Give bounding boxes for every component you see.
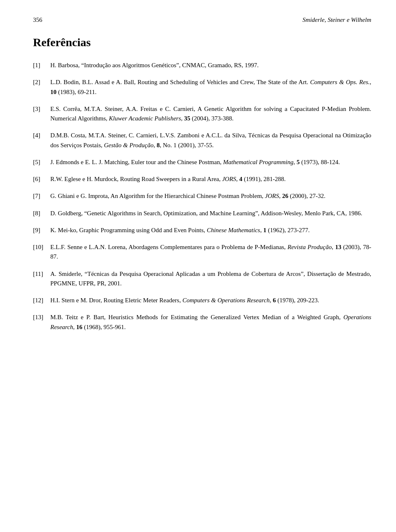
ref-number: [8] <box>33 209 50 218</box>
ref-text: D. Goldberg, “Genetic Algorithms in Sear… <box>50 209 371 218</box>
ref-text: D.M.B. Costa, M.T.A. Steiner, C. Carnier… <box>50 131 371 150</box>
list-item: [13]M.B. Teitz e P. Bart, Heuristics Met… <box>33 313 371 332</box>
ref-text: J. Edmonds e E. L. J. Matching, Euler to… <box>50 158 371 167</box>
ref-number: [13] <box>33 313 50 332</box>
list-item: [2]L.D. Bodin, B.L. Assad e A. Ball, Rou… <box>33 78 371 97</box>
references-list: [1]H. Barbosa, “Introdução aos Algoritmo… <box>33 61 371 332</box>
ref-text: M.B. Teitz e P. Bart, Heuristics Methods… <box>50 313 371 332</box>
section-heading: Referências <box>33 36 371 49</box>
list-item: [3]E.S. Corrêa, M.T.A. Steiner, A.A. Fre… <box>33 104 371 124</box>
list-item: [7]G. Ghiani e G. Improta, An Algorithm … <box>33 191 371 201</box>
ref-text: L.D. Bodin, B.L. Assad e A. Ball, Routin… <box>50 78 371 97</box>
list-item: [5]J. Edmonds e E. L. J. Matching, Euler… <box>33 158 371 167</box>
ref-number: [9] <box>33 226 50 235</box>
ref-number: [12] <box>33 296 50 305</box>
ref-number: [7] <box>33 191 50 201</box>
page-title: Smiderle, Steiner e Wilhelm <box>302 16 371 24</box>
list-item: [9]K. Mei-ko, Graphic Programming using … <box>33 226 371 235</box>
ref-number: [2] <box>33 78 50 97</box>
ref-number: [5] <box>33 158 50 167</box>
ref-number: [4] <box>33 131 50 150</box>
page-number: 356 <box>33 16 42 24</box>
list-item: [10]E.L.F. Senne e L.A.N. Lorena, Aborda… <box>33 242 371 262</box>
ref-text: R.W. Eglese e H. Murdock, Routing Road S… <box>50 174 371 184</box>
ref-number: [10] <box>33 242 50 262</box>
list-item: [1]H. Barbosa, “Introdução aos Algoritmo… <box>33 61 371 70</box>
list-item: [4]D.M.B. Costa, M.T.A. Steiner, C. Carn… <box>33 131 371 150</box>
list-item: [12]H.I. Stern e M. Dror, Routing Eletri… <box>33 296 371 305</box>
ref-number: [1] <box>33 61 50 70</box>
ref-text: H. Barbosa, “Introdução aos Algoritmos G… <box>50 61 371 70</box>
ref-number: [11] <box>33 269 50 289</box>
list-item: [6]R.W. Eglese e H. Murdock, Routing Roa… <box>33 174 371 184</box>
ref-text: H.I. Stern e M. Dror, Routing Eletric Me… <box>50 296 371 305</box>
ref-text: G. Ghiani e G. Improta, An Algorithm for… <box>50 191 371 201</box>
list-item: [8]D. Goldberg, “Genetic Algorithms in S… <box>33 209 371 218</box>
ref-text: A. Smiderle, “Técnicas da Pesquisa Opera… <box>50 269 371 289</box>
list-item: [11]A. Smiderle, “Técnicas da Pesquisa O… <box>33 269 371 289</box>
ref-number: [3] <box>33 104 50 124</box>
ref-text: K. Mei-ko, Graphic Programming using Odd… <box>50 226 371 235</box>
ref-number: [6] <box>33 174 50 184</box>
page-header: 356 Smiderle, Steiner e Wilhelm <box>33 16 371 24</box>
ref-text: E.L.F. Senne e L.A.N. Lorena, Abordagens… <box>50 242 371 262</box>
ref-text: E.S. Corrêa, M.T.A. Steiner, A.A. Freita… <box>50 104 371 124</box>
